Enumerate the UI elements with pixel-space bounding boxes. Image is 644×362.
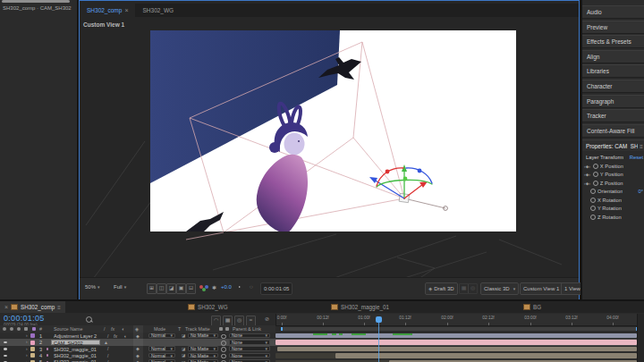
tab-sh302-wg[interactable]: SH302_WG bbox=[135, 4, 181, 17]
draft-3d-button[interactable]: ◈ Draft 3D bbox=[425, 282, 458, 295]
show-snapshot-icon[interactable]: ◌ bbox=[250, 284, 253, 290]
renderer-dropdown[interactable]: Classic 3D▾ bbox=[480, 282, 519, 295]
layer-duration-bar[interactable] bbox=[277, 347, 637, 351]
property-row-z-position[interactable]: ‹◆› Z Position bbox=[582, 179, 644, 188]
panel-preview[interactable]: Preview bbox=[582, 21, 644, 34]
twirl-icon[interactable]: › bbox=[26, 352, 28, 358]
resolution-dropdown[interactable]: Full▾ bbox=[114, 284, 126, 290]
work-area-bar[interactable] bbox=[280, 326, 639, 332]
layer-number-header[interactable]: # bbox=[39, 326, 42, 332]
preserve-transparency-header[interactable]: T bbox=[178, 326, 181, 332]
property-row-y-rotation[interactable]: Y Rotation bbox=[582, 205, 644, 214]
track-matte-header[interactable]: Track Matte bbox=[185, 326, 210, 332]
close-icon[interactable]: × bbox=[124, 7, 128, 13]
parent-link-header[interactable]: Parent & Link bbox=[233, 326, 261, 332]
blend-header-icon[interactable] bbox=[225, 327, 229, 331]
fx-switch-header[interactable]: fx bbox=[111, 326, 114, 332]
playhead-handle[interactable] bbox=[376, 316, 382, 323]
keyframe-nav[interactable]: ‹◆› bbox=[584, 172, 590, 177]
blend-mode-dropdown[interactable]: Normal▾ bbox=[148, 353, 175, 358]
timeline-tab-bg[interactable]: BG bbox=[519, 301, 546, 313]
panel-tracker[interactable]: Tracker bbox=[582, 109, 644, 122]
eye-icon[interactable] bbox=[4, 355, 7, 358]
properties-panel-title[interactable]: Properties: CAM_SH302 ≡ bbox=[582, 139, 644, 151]
gear-icon[interactable]: ✱ bbox=[212, 284, 216, 290]
tab-sh302-comp[interactable]: SH302_comp × bbox=[80, 4, 135, 17]
timeline-scrollbar-gutter[interactable] bbox=[637, 314, 644, 362]
transparency-grid-icon[interactable]: ▣ bbox=[176, 283, 186, 294]
layer-name[interactable]: SH302_maggie_01 bbox=[54, 353, 100, 358]
pixel-aspect-icon[interactable]: ⊡ bbox=[186, 283, 196, 294]
eye-icon[interactable] bbox=[4, 348, 7, 350]
pick-whip-icon[interactable] bbox=[221, 334, 226, 340]
keyframe-nav[interactable]: ‹◆› bbox=[584, 164, 590, 169]
reset-link[interactable]: Reset bbox=[630, 155, 644, 160]
layer-name[interactable]: Adjustment Layer 2 bbox=[54, 333, 100, 339]
show-channel-icon[interactable] bbox=[199, 285, 208, 292]
panel-align[interactable]: Align bbox=[582, 50, 644, 63]
property-row-x-position[interactable]: ‹◆› X Position bbox=[582, 162, 644, 171]
timeline-tab-sh302-comp[interactable]: × SH302_comp ≡ bbox=[0, 301, 65, 313]
exposure-value[interactable]: +0.0 bbox=[221, 284, 232, 290]
label-swatch[interactable] bbox=[30, 341, 35, 345]
composition-panel[interactable]: SH302_comp × SH302_WG Custom View 1 bbox=[79, 0, 580, 299]
layer-name-edit-field[interactable]: CAM_SH302 bbox=[51, 340, 100, 345]
video-column-icon[interactable] bbox=[3, 327, 6, 331]
mask-visibility-icon[interactable]: ◫ bbox=[157, 283, 166, 294]
quality-switch[interactable]: / bbox=[107, 346, 108, 351]
extended-viewer-icon[interactable]: ◎ bbox=[468, 283, 478, 294]
panel-grip[interactable] bbox=[2, 0, 70, 3]
panel-menu-icon[interactable]: ≡ bbox=[640, 143, 643, 149]
property-row-y-position[interactable]: ‹◆› Y Position bbox=[582, 171, 644, 180]
keyframe-nav[interactable]: ‹◆› bbox=[584, 181, 590, 186]
label-swatch[interactable] bbox=[30, 347, 35, 351]
layer-name[interactable]: SH302_maggie_01 bbox=[54, 347, 100, 352]
stopwatch-icon[interactable] bbox=[590, 198, 596, 203]
track-matte-dropdown[interactable]: No Matte▾ bbox=[188, 333, 218, 339]
source-name-header[interactable]: Source Name bbox=[54, 326, 82, 332]
twirl-icon[interactable]: › bbox=[26, 333, 28, 338]
label-swatch[interactable] bbox=[30, 333, 35, 338]
timeline-tab-sh302-maggie[interactable]: SH302_maggie_01 bbox=[326, 301, 394, 313]
close-icon[interactable]: × bbox=[4, 304, 8, 310]
transform-group-row[interactable]: Layer Transform Reset bbox=[582, 153, 644, 162]
mode-header[interactable]: Mode bbox=[154, 326, 165, 332]
twirl-icon[interactable]: › bbox=[26, 339, 28, 344]
lock-column-icon[interactable] bbox=[24, 327, 28, 331]
parent-dropdown[interactable]: None▾ bbox=[229, 346, 270, 351]
layer-duration-bar[interactable] bbox=[275, 333, 637, 338]
panel-effects-presets[interactable]: Effects & Presets bbox=[582, 35, 644, 48]
stopwatch-icon[interactable] bbox=[590, 206, 596, 211]
comp-viewport-canvas[interactable] bbox=[150, 30, 516, 232]
panel-audio[interactable]: Audio bbox=[582, 5, 644, 19]
blend-mode-dropdown[interactable]: Normal▾ bbox=[148, 346, 175, 351]
parent-dropdown[interactable]: None▾ bbox=[229, 353, 270, 358]
stopwatch-icon[interactable] bbox=[593, 172, 598, 177]
track-matte-dropdown[interactable]: No Matte▾ bbox=[188, 353, 218, 358]
layer-row-5[interactable]: › 5 SH302_maggie_01 / ◈ Normal▾ ◪ No Mat… bbox=[0, 359, 644, 362]
region-of-interest-icon[interactable]: ◪ bbox=[166, 283, 176, 294]
panel-content-aware-fill[interactable]: Content-Aware Fill bbox=[582, 124, 644, 138]
stopwatch-icon[interactable] bbox=[590, 189, 596, 194]
quality-switch[interactable]: / bbox=[107, 353, 108, 358]
stopwatch-icon[interactable] bbox=[593, 164, 598, 169]
grid-guides-icon[interactable]: ⊞ bbox=[147, 283, 157, 294]
twirl-icon[interactable]: › bbox=[26, 359, 28, 362]
panel-libraries[interactable]: Libraries bbox=[582, 64, 644, 78]
property-row-orientation[interactable]: Orientation 0° bbox=[582, 188, 644, 197]
magnification-dropdown[interactable]: 50%▾ bbox=[85, 284, 100, 290]
stopwatch-icon[interactable] bbox=[593, 181, 598, 186]
solo-column-icon[interactable] bbox=[17, 327, 21, 331]
adjustment-switch[interactable]: ◐ bbox=[124, 333, 127, 339]
timeline-tab-sh302-wg[interactable]: SH302_WG bbox=[183, 301, 233, 313]
preview-timecode[interactable]: 0:00:01:05 bbox=[260, 282, 292, 295]
current-time-display[interactable]: 0:00:01:05 bbox=[4, 314, 45, 323]
panel-paragraph[interactable]: Paragraph bbox=[582, 95, 644, 108]
parent-dropdown[interactable]: None▾ bbox=[229, 333, 270, 339]
property-row-z-rotation[interactable]: Z Rotation bbox=[582, 213, 644, 222]
shy-header-icon[interactable] bbox=[219, 327, 223, 331]
pick-whip-icon[interactable] bbox=[221, 354, 226, 359]
panel-character[interactable]: Character bbox=[582, 80, 644, 93]
camera-switch[interactable]: ▲ bbox=[104, 340, 108, 345]
quality-switch[interactable]: / bbox=[107, 333, 108, 339]
